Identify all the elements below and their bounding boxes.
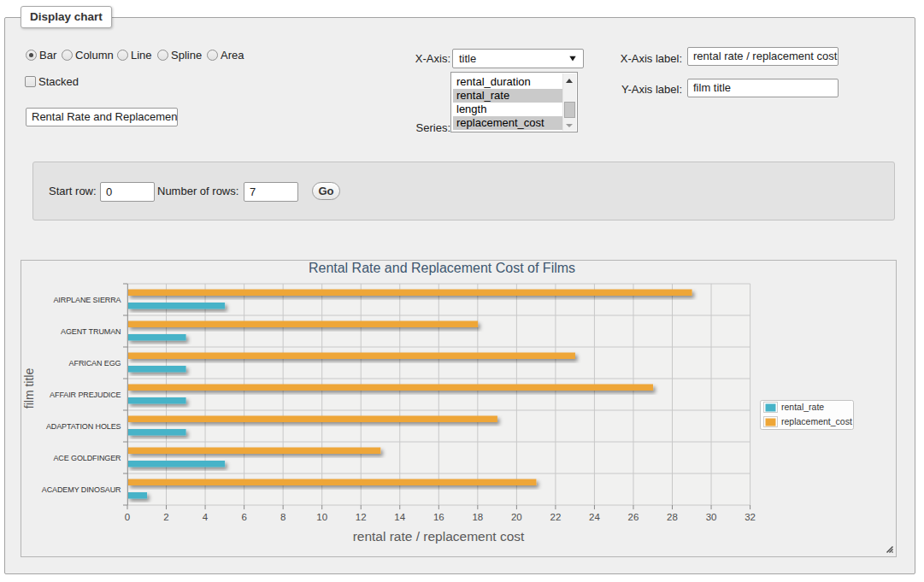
svg-text:12: 12 bbox=[356, 512, 367, 522]
svg-text:6: 6 bbox=[241, 512, 246, 522]
svg-text:32: 32 bbox=[744, 512, 756, 522]
svg-text:28: 28 bbox=[667, 512, 678, 522]
svg-text:8: 8 bbox=[280, 512, 285, 522]
svg-text:AIRPLANE SIERRA: AIRPLANE SIERRA bbox=[53, 296, 121, 304]
svg-text:24: 24 bbox=[589, 512, 600, 522]
svg-text:16: 16 bbox=[433, 512, 444, 522]
svg-text:14: 14 bbox=[394, 512, 405, 522]
svg-text:30: 30 bbox=[706, 512, 717, 522]
svg-text:rental_rate: rental_rate bbox=[781, 402, 824, 412]
svg-text:4: 4 bbox=[203, 512, 209, 522]
svg-text:0: 0 bbox=[125, 512, 130, 522]
svg-text:ACADEMY DINOSAUR: ACADEMY DINOSAUR bbox=[42, 485, 121, 494]
svg-text:2: 2 bbox=[163, 512, 168, 522]
svg-text:10: 10 bbox=[316, 512, 327, 522]
svg-text:AFRICAN EGG: AFRICAN EGG bbox=[69, 359, 121, 367]
svg-text:18: 18 bbox=[472, 512, 483, 522]
svg-text:AFFAIR PREJUDICE: AFFAIR PREJUDICE bbox=[50, 391, 121, 399]
svg-text:26: 26 bbox=[628, 512, 639, 522]
svg-text:ACE GOLDFINGER: ACE GOLDFINGER bbox=[53, 454, 121, 462]
svg-text:rental rate / replacement cost: rental rate / replacement cost bbox=[353, 529, 525, 544]
svg-text:22: 22 bbox=[550, 512, 562, 522]
svg-text:replacement_cost: replacement_cost bbox=[781, 416, 852, 426]
svg-text:20: 20 bbox=[511, 512, 522, 522]
svg-text:ADAPTATION HOLES: ADAPTATION HOLES bbox=[46, 422, 121, 431]
svg-text:Rental Rate and Replacement Co: Rental Rate and Replacement Cost of Film… bbox=[309, 261, 575, 275]
svg-text:film title: film title bbox=[22, 368, 36, 409]
svg-text:AGENT TRUMAN: AGENT TRUMAN bbox=[61, 327, 121, 336]
